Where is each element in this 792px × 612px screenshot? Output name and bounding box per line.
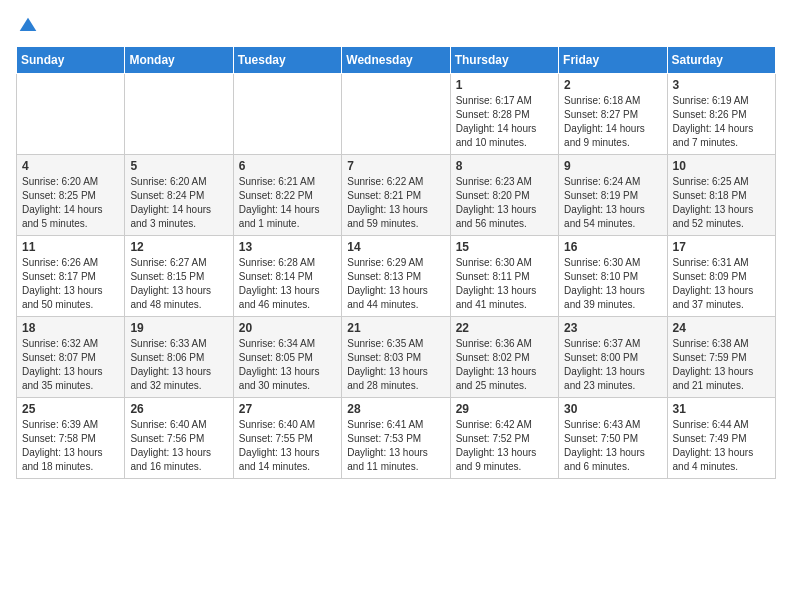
day-number: 22 (456, 321, 553, 335)
day-info: Sunrise: 6:41 AMSunset: 7:53 PMDaylight:… (347, 418, 444, 474)
calendar-week-row: 25Sunrise: 6:39 AMSunset: 7:58 PMDayligh… (17, 398, 776, 479)
calendar-cell: 19Sunrise: 6:33 AMSunset: 8:06 PMDayligh… (125, 317, 233, 398)
calendar-cell: 10Sunrise: 6:25 AMSunset: 8:18 PMDayligh… (667, 155, 775, 236)
day-info: Sunrise: 6:33 AMSunset: 8:06 PMDaylight:… (130, 337, 227, 393)
calendar-cell (125, 74, 233, 155)
calendar-cell: 30Sunrise: 6:43 AMSunset: 7:50 PMDayligh… (559, 398, 667, 479)
weekday-header-sunday: Sunday (17, 47, 125, 74)
day-number: 6 (239, 159, 336, 173)
day-number: 17 (673, 240, 770, 254)
calendar-cell: 11Sunrise: 6:26 AMSunset: 8:17 PMDayligh… (17, 236, 125, 317)
day-info: Sunrise: 6:43 AMSunset: 7:50 PMDaylight:… (564, 418, 661, 474)
day-number: 13 (239, 240, 336, 254)
day-info: Sunrise: 6:34 AMSunset: 8:05 PMDaylight:… (239, 337, 336, 393)
day-number: 15 (456, 240, 553, 254)
weekday-header-thursday: Thursday (450, 47, 558, 74)
day-number: 28 (347, 402, 444, 416)
svg-marker-0 (20, 18, 37, 31)
logo-icon (18, 16, 38, 36)
day-number: 16 (564, 240, 661, 254)
day-info: Sunrise: 6:44 AMSunset: 7:49 PMDaylight:… (673, 418, 770, 474)
calendar-cell: 27Sunrise: 6:40 AMSunset: 7:55 PMDayligh… (233, 398, 341, 479)
day-info: Sunrise: 6:32 AMSunset: 8:07 PMDaylight:… (22, 337, 119, 393)
calendar-cell: 16Sunrise: 6:30 AMSunset: 8:10 PMDayligh… (559, 236, 667, 317)
day-info: Sunrise: 6:21 AMSunset: 8:22 PMDaylight:… (239, 175, 336, 231)
day-info: Sunrise: 6:23 AMSunset: 8:20 PMDaylight:… (456, 175, 553, 231)
day-info: Sunrise: 6:17 AMSunset: 8:28 PMDaylight:… (456, 94, 553, 150)
weekday-header-friday: Friday (559, 47, 667, 74)
day-info: Sunrise: 6:28 AMSunset: 8:14 PMDaylight:… (239, 256, 336, 312)
weekday-header-tuesday: Tuesday (233, 47, 341, 74)
calendar-cell: 7Sunrise: 6:22 AMSunset: 8:21 PMDaylight… (342, 155, 450, 236)
calendar-cell: 5Sunrise: 6:20 AMSunset: 8:24 PMDaylight… (125, 155, 233, 236)
day-number: 20 (239, 321, 336, 335)
day-number: 1 (456, 78, 553, 92)
calendar-cell: 14Sunrise: 6:29 AMSunset: 8:13 PMDayligh… (342, 236, 450, 317)
weekday-header-wednesday: Wednesday (342, 47, 450, 74)
calendar-cell: 4Sunrise: 6:20 AMSunset: 8:25 PMDaylight… (17, 155, 125, 236)
day-info: Sunrise: 6:35 AMSunset: 8:03 PMDaylight:… (347, 337, 444, 393)
day-number: 5 (130, 159, 227, 173)
calendar-cell: 3Sunrise: 6:19 AMSunset: 8:26 PMDaylight… (667, 74, 775, 155)
calendar-cell: 13Sunrise: 6:28 AMSunset: 8:14 PMDayligh… (233, 236, 341, 317)
day-info: Sunrise: 6:22 AMSunset: 8:21 PMDaylight:… (347, 175, 444, 231)
day-number: 31 (673, 402, 770, 416)
day-number: 12 (130, 240, 227, 254)
day-number: 21 (347, 321, 444, 335)
weekday-header-saturday: Saturday (667, 47, 775, 74)
day-info: Sunrise: 6:29 AMSunset: 8:13 PMDaylight:… (347, 256, 444, 312)
calendar-cell: 15Sunrise: 6:30 AMSunset: 8:11 PMDayligh… (450, 236, 558, 317)
day-info: Sunrise: 6:36 AMSunset: 8:02 PMDaylight:… (456, 337, 553, 393)
weekday-header-monday: Monday (125, 47, 233, 74)
calendar-cell: 17Sunrise: 6:31 AMSunset: 8:09 PMDayligh… (667, 236, 775, 317)
day-number: 8 (456, 159, 553, 173)
calendar-cell: 23Sunrise: 6:37 AMSunset: 8:00 PMDayligh… (559, 317, 667, 398)
day-number: 18 (22, 321, 119, 335)
calendar-cell: 8Sunrise: 6:23 AMSunset: 8:20 PMDaylight… (450, 155, 558, 236)
calendar-cell (17, 74, 125, 155)
calendar-week-row: 18Sunrise: 6:32 AMSunset: 8:07 PMDayligh… (17, 317, 776, 398)
calendar-cell: 9Sunrise: 6:24 AMSunset: 8:19 PMDaylight… (559, 155, 667, 236)
day-number: 7 (347, 159, 444, 173)
day-number: 3 (673, 78, 770, 92)
day-info: Sunrise: 6:40 AMSunset: 7:55 PMDaylight:… (239, 418, 336, 474)
calendar-cell (233, 74, 341, 155)
calendar-cell: 18Sunrise: 6:32 AMSunset: 8:07 PMDayligh… (17, 317, 125, 398)
day-info: Sunrise: 6:37 AMSunset: 8:00 PMDaylight:… (564, 337, 661, 393)
calendar-week-row: 11Sunrise: 6:26 AMSunset: 8:17 PMDayligh… (17, 236, 776, 317)
day-number: 2 (564, 78, 661, 92)
day-info: Sunrise: 6:40 AMSunset: 7:56 PMDaylight:… (130, 418, 227, 474)
day-info: Sunrise: 6:25 AMSunset: 8:18 PMDaylight:… (673, 175, 770, 231)
calendar-cell: 22Sunrise: 6:36 AMSunset: 8:02 PMDayligh… (450, 317, 558, 398)
calendar-cell: 24Sunrise: 6:38 AMSunset: 7:59 PMDayligh… (667, 317, 775, 398)
day-info: Sunrise: 6:19 AMSunset: 8:26 PMDaylight:… (673, 94, 770, 150)
calendar-cell: 21Sunrise: 6:35 AMSunset: 8:03 PMDayligh… (342, 317, 450, 398)
calendar-table: SundayMondayTuesdayWednesdayThursdayFrid… (16, 46, 776, 479)
day-info: Sunrise: 6:30 AMSunset: 8:10 PMDaylight:… (564, 256, 661, 312)
calendar-cell: 25Sunrise: 6:39 AMSunset: 7:58 PMDayligh… (17, 398, 125, 479)
day-info: Sunrise: 6:30 AMSunset: 8:11 PMDaylight:… (456, 256, 553, 312)
calendar-header-row: SundayMondayTuesdayWednesdayThursdayFrid… (17, 47, 776, 74)
day-number: 23 (564, 321, 661, 335)
day-info: Sunrise: 6:38 AMSunset: 7:59 PMDaylight:… (673, 337, 770, 393)
calendar-cell: 31Sunrise: 6:44 AMSunset: 7:49 PMDayligh… (667, 398, 775, 479)
day-number: 25 (22, 402, 119, 416)
calendar-cell: 29Sunrise: 6:42 AMSunset: 7:52 PMDayligh… (450, 398, 558, 479)
day-number: 29 (456, 402, 553, 416)
day-info: Sunrise: 6:20 AMSunset: 8:25 PMDaylight:… (22, 175, 119, 231)
day-number: 9 (564, 159, 661, 173)
day-info: Sunrise: 6:18 AMSunset: 8:27 PMDaylight:… (564, 94, 661, 150)
day-info: Sunrise: 6:20 AMSunset: 8:24 PMDaylight:… (130, 175, 227, 231)
day-number: 10 (673, 159, 770, 173)
calendar-cell: 1Sunrise: 6:17 AMSunset: 8:28 PMDaylight… (450, 74, 558, 155)
page-header (16, 16, 776, 36)
day-info: Sunrise: 6:42 AMSunset: 7:52 PMDaylight:… (456, 418, 553, 474)
calendar-cell: 2Sunrise: 6:18 AMSunset: 8:27 PMDaylight… (559, 74, 667, 155)
day-number: 19 (130, 321, 227, 335)
day-number: 11 (22, 240, 119, 254)
day-info: Sunrise: 6:24 AMSunset: 8:19 PMDaylight:… (564, 175, 661, 231)
calendar-week-row: 1Sunrise: 6:17 AMSunset: 8:28 PMDaylight… (17, 74, 776, 155)
day-info: Sunrise: 6:26 AMSunset: 8:17 PMDaylight:… (22, 256, 119, 312)
calendar-cell: 20Sunrise: 6:34 AMSunset: 8:05 PMDayligh… (233, 317, 341, 398)
calendar-cell (342, 74, 450, 155)
